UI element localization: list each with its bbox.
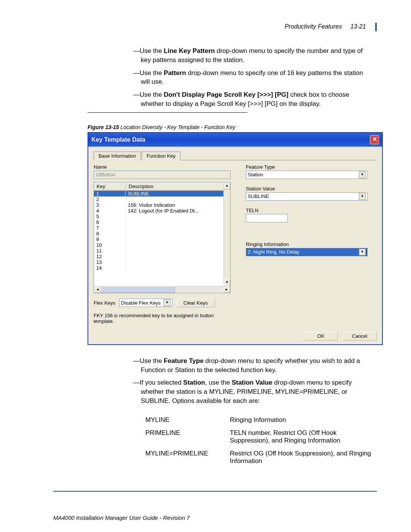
scroll-right-icon[interactable]: ► — [223, 286, 230, 293]
cancel-button[interactable]: Cancel — [342, 332, 377, 340]
horizontal-scrollbar[interactable]: ◄ ► — [94, 286, 230, 293]
flexkeys-label: Flex Keys — [94, 300, 115, 306]
header-bar — [375, 23, 377, 31]
scroll-left-icon[interactable]: ◄ — [94, 286, 101, 293]
key-template-dialog: Key Template Data ✕ Base Information Fun… — [88, 132, 383, 345]
table-row[interactable]: 3156: Visitor Indication — [94, 202, 230, 208]
table-row[interactable]: 1SUBLINE — [94, 191, 230, 197]
table-row[interactable]: 9 — [94, 236, 230, 242]
teln-label: TELN — [246, 208, 368, 213]
ringing-dropdown[interactable]: 2: Night Ring, No Delay ▼ — [246, 248, 368, 256]
figure-rule — [88, 112, 247, 113]
name-field: 16Button — [94, 171, 231, 179]
station-value-label: Station Value — [246, 186, 368, 192]
bullet-item: —Use the Don't Display Page Scroll Key [… — [133, 90, 369, 109]
tab-row: Base Information Function Key — [94, 151, 377, 160]
table-row[interactable]: 7 — [94, 225, 230, 231]
bullet-item: —Use the Line Key Pattern drop-down menu… — [133, 46, 369, 65]
table-row[interactable]: 2 — [94, 197, 230, 202]
bullet-item: —Use the Feature Type drop-down menu to … — [133, 356, 369, 375]
option-row: MYLINE=PRIMELINERestrict OG (Off Hook Su… — [142, 447, 376, 467]
bottom-bullets: —Use the Feature Type drop-down menu to … — [133, 356, 369, 406]
chevron-down-icon: ▼ — [359, 249, 366, 256]
close-icon[interactable]: ✕ — [370, 135, 379, 144]
page-header: Productivity Features 13-21 — [34, 23, 377, 31]
teln-field[interactable] — [246, 214, 288, 222]
scroll-thumb[interactable] — [101, 286, 175, 293]
options-table: MYLINERinging InformationPRIMELINETELN n… — [141, 413, 377, 468]
col-header-key[interactable]: Key — [94, 182, 126, 190]
figure-caption: Figure 13-15 Location Diversity - Key Te… — [88, 124, 377, 130]
note-text: FKY 156 is recommended key to be assigne… — [94, 313, 231, 324]
option-row: PRIMELINETELN number, Restrict OG (Off H… — [142, 427, 376, 447]
footer-text: MA4000 Installation Manager User Guide -… — [53, 514, 377, 521]
option-row: MYLINERinging Information — [142, 414, 376, 426]
chevron-down-icon: ▼ — [164, 299, 170, 306]
footer-rule — [53, 491, 377, 492]
flexkeys-dropdown[interactable]: Disable Flex Keys ▼ — [119, 299, 172, 307]
name-label: Name — [94, 164, 231, 170]
scroll-up-icon[interactable]: ▲ — [224, 182, 230, 190]
col-header-description[interactable]: Description — [126, 182, 230, 190]
table-row[interactable]: 11 — [94, 248, 230, 254]
table-row[interactable]: 12 — [94, 254, 230, 259]
scroll-down-icon[interactable]: ▼ — [224, 279, 230, 286]
ok-button[interactable]: OK — [304, 332, 338, 340]
table-row[interactable]: 14 — [94, 265, 230, 271]
section-title: Productivity Features — [285, 23, 342, 30]
key-listbox[interactable]: Key Description 1SUBLINE23156: Visitor I… — [94, 182, 231, 293]
bullet-item: —If you selected Station, use the Statio… — [133, 378, 369, 405]
table-row[interactable]: 6 — [94, 219, 230, 225]
clearkeys-button[interactable]: Clear Keys — [176, 299, 215, 307]
table-row[interactable]: 8 — [94, 231, 230, 236]
tab-base-information[interactable]: Base Information — [94, 152, 141, 160]
top-bullets: —Use the Line Key Pattern drop-down menu… — [133, 46, 369, 109]
station-value-dropdown[interactable]: SUBLINE ▼ — [246, 192, 368, 201]
chevron-down-icon: ▼ — [359, 193, 366, 200]
dialog-titlebar[interactable]: Key Template Data ✕ — [88, 133, 382, 147]
feature-type-label: Feature Type — [246, 164, 368, 170]
table-row[interactable]: 4142: Logout (for IP Enabled Dt... — [94, 208, 230, 214]
bullet-item: —Use the Pattern drop-down menu to speci… — [133, 69, 369, 87]
table-row[interactable]: 10 — [94, 242, 230, 248]
chevron-down-icon: ▼ — [359, 171, 366, 178]
feature-type-dropdown[interactable]: Station ▼ — [246, 171, 368, 179]
table-row[interactable]: 5 — [94, 214, 230, 219]
vertical-scrollbar[interactable]: ▲ ▼ — [223, 182, 230, 286]
dialog-title: Key Template Data — [91, 136, 145, 143]
table-row[interactable]: 13 — [94, 259, 230, 265]
tab-function-key[interactable]: Function Key — [142, 152, 180, 160]
page-number: 13-21 — [350, 23, 366, 30]
ringing-label: Ringing Information — [246, 241, 368, 247]
